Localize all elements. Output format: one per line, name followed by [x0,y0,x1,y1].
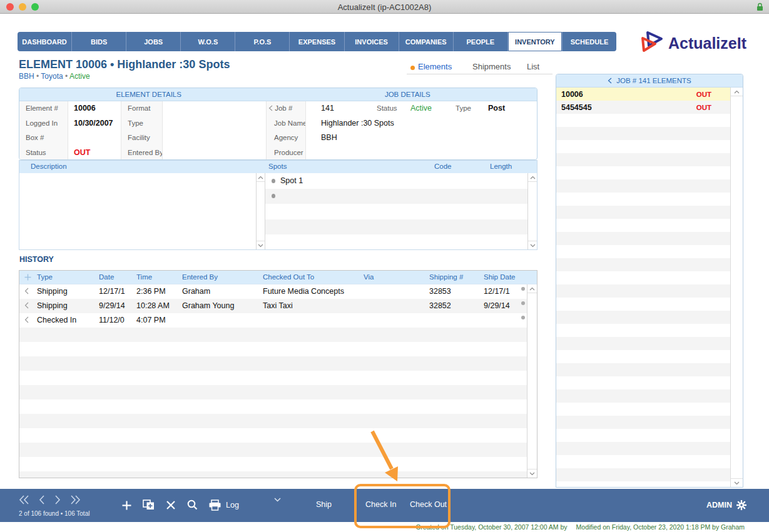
tab-expenses[interactable]: EXPENSES [290,32,344,51]
description-textarea[interactable] [19,173,256,249]
scroll-down-icon[interactable] [731,478,743,487]
facility-value[interactable] [163,131,266,146]
tab-list[interactable]: List [527,62,539,71]
job-type-value: Post [488,101,505,116]
chevron-left-icon[interactable] [24,302,29,311]
col-checked-out-to[interactable]: Checked Out To [263,273,314,281]
tab-jobs[interactable]: JOBS [126,32,181,51]
chevron-left-icon[interactable] [608,78,612,84]
breadcrumb-client[interactable]: Toyota [41,72,63,81]
scroll-down-icon[interactable] [257,241,265,249]
col-via[interactable]: Via [364,273,374,281]
tab-shipments[interactable]: Shipments [472,62,511,71]
tab-invoices[interactable]: INVOICES [345,32,399,51]
element-labels: Element # Logged In Box # Status [19,101,68,160]
breadcrumb-agency[interactable]: BBH [19,72,34,81]
check-in-button[interactable]: Check In [365,500,396,509]
tab-dashboard[interactable]: DASHBOARD [18,32,72,51]
chevron-left-icon[interactable] [268,105,273,111]
empty-row [556,140,730,153]
entered-by-value[interactable] [163,146,266,161]
print-log-button[interactable]: Log [208,499,239,511]
table-row[interactable]: Checked In 11/12/0 4:07 PM [19,313,527,328]
col-entered-by[interactable]: Entered By [182,273,218,281]
previous-record-icon[interactable] [39,495,45,507]
element-details-header: ELEMENT DETAILS [19,88,278,101]
spot-row[interactable] [265,189,527,204]
page-title: ELEMENT 10006 • Highlander :30 Spots [19,58,230,71]
next-record-icon[interactable] [54,495,61,507]
empty-row [556,350,730,363]
search-button[interactable] [187,499,198,510]
empty-row [19,457,527,471]
chevron-left-icon[interactable] [24,316,29,325]
col-time[interactable]: Time [136,273,152,281]
status-label: Status [26,146,68,161]
spot-row[interactable]: Spot 1 [265,173,527,189]
tab-people[interactable]: PEOPLE [454,32,508,51]
scroll-up-icon[interactable] [257,173,265,182]
first-record-icon[interactable] [19,495,29,507]
empty-row [19,471,527,478]
breadcrumb-status: Active [69,72,90,81]
job-elements-header[interactable]: JOB # 141 ELEMENTS [556,74,743,88]
scroll-up-icon[interactable] [731,88,743,96]
list-item[interactable]: 5454545 OUT [556,101,730,114]
empty-row [556,455,730,468]
add-record-button[interactable] [122,501,131,510]
duplicate-icon [143,499,155,510]
empty-row [556,179,730,193]
tab-bids[interactable]: BIDS [72,32,126,51]
history-scrollbar[interactable] [527,284,537,478]
element-labels-2: Format Type Facility Entered By [121,101,163,160]
tab-companies[interactable]: COMPANIES [399,32,454,51]
col-shipping-number[interactable]: Shipping # [429,273,463,281]
scroll-down-icon[interactable] [528,241,537,249]
bottom-toolbar: 2 of 106 found • 106 Total Log Ship Chec… [0,489,769,522]
panel-scrollbar[interactable] [730,88,743,487]
admin-button[interactable]: ADMIN [706,500,746,510]
empty-row [556,481,730,487]
scroll-down-icon[interactable] [527,469,537,478]
job-name-value[interactable]: Highlander :30 Spots [306,116,537,131]
last-record-icon[interactable] [70,495,81,507]
chevron-left-icon[interactable] [24,288,29,296]
element-number-value[interactable]: 10006 [74,101,121,116]
col-type[interactable]: Type [37,273,53,281]
more-options-button[interactable] [274,498,281,502]
table-row[interactable]: Shipping 9/29/14 10:28 AM Graham Young T… [19,299,527,313]
delete-record-button[interactable] [166,501,175,509]
ship-button[interactable]: Ship [316,500,332,509]
duplicate-record-button[interactable] [143,499,155,510]
list-item[interactable]: 10006 OUT [556,88,730,101]
table-row[interactable]: Shipping 12/17/1 2:36 PM Graham Future M… [19,284,527,299]
spots-header: Spots [268,163,287,170]
tab-pos[interactable]: P.O.S [235,32,290,51]
description-scrollbar[interactable] [256,173,265,249]
tab-elements[interactable]: Elements [418,62,452,71]
scroll-up-icon[interactable] [527,284,537,293]
check-out-button[interactable]: Check Out [410,500,447,509]
col-date[interactable]: Date [99,273,114,281]
record-dot-icon [521,287,525,291]
type-value[interactable] [163,116,266,131]
logged-in-value[interactable]: 10/30/2007 [74,116,121,131]
add-history-icon[interactable] [24,274,31,282]
tab-inventory[interactable]: INVENTORY [508,32,563,51]
empty-row [556,416,730,429]
format-value[interactable] [163,101,266,116]
box-number-value[interactable] [74,131,121,146]
agency-value[interactable]: BBH [306,131,537,146]
tab-wos[interactable]: W.O.S [181,32,235,51]
col-ship-date[interactable]: Ship Date [484,273,516,281]
spots-scrollbar[interactable] [527,173,537,249]
element-id: 5454545 [561,103,592,112]
producer-value[interactable] [306,146,537,161]
breadcrumb: BBH • Toyota • Active [19,72,90,81]
scroll-up-icon[interactable] [528,173,537,182]
chevron-down-icon [274,498,281,502]
active-tab-dot-icon [410,66,415,70]
history-rows: Shipping 12/17/1 2:36 PM Graham Future M… [19,284,527,478]
job-number-value[interactable]: 141 [321,101,334,116]
tab-schedule[interactable]: SCHEDULE [563,32,616,51]
